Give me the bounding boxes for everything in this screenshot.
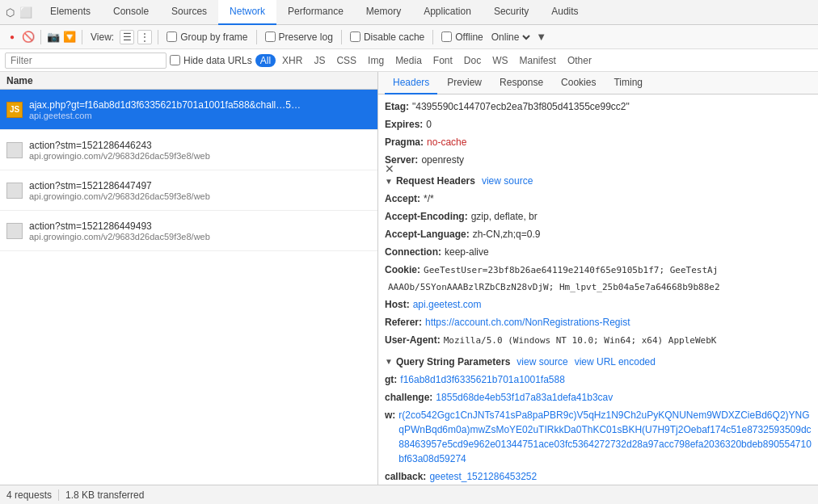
tab-audits[interactable]: Audits — [540, 0, 589, 25]
network-items-container: JSajax.php?gt=f16ab8d1d3f6335621b701a100… — [0, 90, 377, 485]
detail-close-button[interactable]: ✕ — [382, 161, 398, 177]
tab-sources[interactable]: Sources — [160, 0, 218, 25]
filter-input[interactable] — [5, 52, 167, 69]
header-value: Mozilla/5.0 (Windows NT 10.0; Win64; x64… — [444, 334, 717, 348]
header-row: callback: geetest_1521286453252 — [385, 468, 812, 485]
group-by-frame-checkbox[interactable]: Group by frame — [167, 32, 247, 43]
detail-tab-cookies[interactable]: Cookies — [553, 72, 604, 94]
status-bar: 4 requests 1.8 KB transferred — [0, 485, 818, 504]
filter-type-media[interactable]: Media — [390, 54, 427, 67]
header-key: Referer: — [385, 315, 422, 330]
throttle-dropdown-icon[interactable]: ▼ — [534, 30, 549, 44]
header-row: User-Agent: Mozilla/5.0 (Windows NT 10.0… — [385, 331, 812, 350]
detail-tabs: HeadersPreviewResponseCookiesTiming — [378, 72, 818, 94]
network-item[interactable]: JSajax.php?gt=f16ab8d1d3f6335621b701a100… — [0, 90, 377, 130]
divider5 — [341, 30, 342, 44]
inspect-icon[interactable]: ⬡ — [3, 6, 16, 19]
detail-tab-response[interactable]: Response — [491, 72, 551, 94]
disable-cache-input[interactable] — [350, 32, 361, 42]
filter-type-xhr[interactable]: XHR — [277, 54, 307, 67]
tab-memory[interactable]: Memory — [355, 0, 412, 25]
filter-type-doc[interactable]: Doc — [459, 54, 486, 67]
preserve-log-input[interactable] — [265, 32, 276, 42]
network-item[interactable]: action?stm=1521286446243api.growingio.co… — [0, 130, 377, 170]
detail-tab-timing[interactable]: Timing — [605, 72, 651, 94]
detail-tab-headers[interactable]: Headers — [385, 72, 437, 94]
header-key: Connection: — [385, 245, 441, 259]
camera-button[interactable]: 📷 — [46, 30, 61, 44]
disable-cache-checkbox[interactable]: Disable cache — [350, 32, 424, 43]
header-row: Pragma: no-cache — [385, 133, 812, 151]
header-value: 1855d68de4eb53f1d7a83a1defa41b3cav — [436, 390, 613, 405]
offline-checkbox[interactable]: Offline — [441, 32, 483, 43]
section-title: Query String Parameters — [396, 356, 510, 368]
tab-performance[interactable]: Performance — [276, 0, 355, 25]
group-by-frame-input[interactable] — [167, 32, 177, 42]
filter-type-img[interactable]: Img — [363, 54, 389, 67]
item-text: action?stm=1521286447497api.growingio.co… — [29, 180, 371, 201]
filter-type-manifest[interactable]: Manifest — [515, 54, 561, 67]
view-url-encoded-link[interactable]: view URL encoded — [575, 356, 656, 368]
preserve-log-checkbox[interactable]: Preserve log — [265, 32, 333, 43]
filter-row: Hide data URLs AllXHRJSCSSImgMediaFontDo… — [0, 49, 818, 72]
request-headers-section[interactable]: ▼Request Headersview source — [385, 172, 812, 190]
filter-type-css[interactable]: CSS — [331, 54, 361, 67]
item-url: api.growingio.com/v2/9683d26dac59f3e8/we… — [29, 191, 371, 201]
header-row: AAAOb/5SYonAAABzlRZbCBzN28vDjW; Hm_lpvt_… — [385, 279, 812, 296]
record-button[interactable]: ● — [5, 30, 19, 44]
offline-input[interactable] — [441, 32, 452, 42]
header-value: api.geetest.com — [413, 297, 482, 312]
header-key: gt: — [385, 372, 397, 387]
view-detail-button[interactable]: ⋮ — [137, 30, 152, 44]
header-key: challenge: — [385, 390, 432, 405]
header-value: no-cache — [427, 135, 466, 149]
header-row: Host: api.geetest.com — [385, 296, 812, 313]
tab-elements[interactable]: Elements — [39, 0, 102, 25]
throttle-select[interactable]: Online — [488, 31, 533, 44]
view-source-link[interactable]: view source — [482, 175, 533, 187]
tab-security[interactable]: Security — [483, 0, 540, 25]
header-key: Pragma: — [385, 135, 424, 149]
filter-type-all[interactable]: All — [255, 54, 276, 67]
header-row: Referer: https://account.ch.com/NonRegis… — [385, 313, 812, 331]
header-row: Cookie: GeeTestUser=23bf8b26ae64119e2140… — [385, 261, 812, 279]
item-text: action?stm=1521286446243api.growingio.co… — [29, 140, 371, 161]
hide-data-urls-input[interactable] — [170, 55, 180, 65]
tab-network[interactable]: Network — [218, 0, 276, 25]
view-list-button[interactable]: ☰ — [120, 30, 134, 44]
query-params-section[interactable]: ▼Query String Parametersview sourceview … — [385, 353, 812, 371]
item-text: action?stm=1521286449493api.growingio.co… — [29, 220, 371, 242]
item-url: api.growingio.com/v2/9683d26dac59f3e8/we… — [29, 232, 371, 242]
tab-application[interactable]: Application — [412, 0, 483, 25]
header-key: Accept-Encoding: — [385, 209, 468, 224]
section-arrow-icon: ▼ — [385, 177, 393, 186]
header-key: Expires: — [385, 117, 423, 132]
header-row: Accept: */* — [385, 190, 812, 208]
clear-button[interactable]: 🚫 — [21, 30, 36, 44]
filter-type-font[interactable]: Font — [428, 54, 457, 67]
request-count: 4 requests — [6, 489, 52, 501]
top-tab-bar: ⬡ ⬜ ElementsConsoleSourcesNetworkPerform… — [0, 0, 818, 25]
section-arrow-icon: ▼ — [385, 357, 393, 366]
item-type-icon — [6, 183, 23, 199]
header-value: keep-alive — [445, 245, 489, 259]
filter-button[interactable]: 🔽 — [62, 30, 77, 44]
filter-type-js[interactable]: JS — [309, 54, 330, 67]
tab-console[interactable]: Console — [102, 0, 160, 25]
view-source-link[interactable]: view source — [517, 356, 567, 368]
network-item[interactable]: action?stm=1521286449493api.growingio.co… — [0, 211, 377, 251]
header-key: w: — [385, 408, 395, 422]
hide-data-urls-checkbox[interactable]: Hide data URLs — [170, 55, 252, 66]
header-row: Connection: keep-alive — [385, 243, 812, 261]
filter-type-ws[interactable]: WS — [487, 54, 512, 67]
filter-type-other[interactable]: Other — [563, 54, 597, 67]
status-divider — [58, 489, 59, 501]
detail-content: Etag: "4395590c144707ecb2ea7b3f805d41355… — [378, 94, 818, 485]
header-value: https://account.ch.com/NonRegistrations-… — [425, 315, 630, 330]
detail-tab-preview[interactable]: Preview — [439, 72, 490, 94]
network-item[interactable]: action?stm=1521286447497api.growingio.co… — [0, 170, 377, 211]
header-value: */* — [424, 191, 434, 206]
header-key: Host: — [385, 297, 410, 312]
device-icon[interactable]: ⬜ — [19, 6, 32, 19]
item-name: action?stm=1521286446243 — [29, 140, 371, 151]
